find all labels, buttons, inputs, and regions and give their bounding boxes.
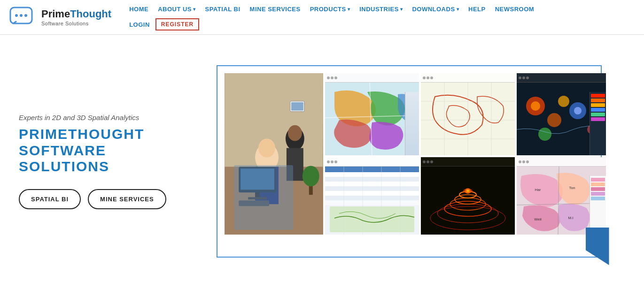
svg-point-37 (574, 107, 582, 114)
dot-1 (327, 76, 330, 79)
blue-accent-corner (586, 228, 609, 265)
mosaic-map-2 (421, 73, 515, 155)
nav-products[interactable]: PRODUCTS ▾ (306, 4, 354, 15)
svg-point-34 (547, 113, 561, 127)
site-header: PrimeThought Software Solutions HOME ABO… (0, 0, 644, 35)
svg-text:Ton: Ton (569, 186, 575, 190)
office-photo-image (225, 73, 323, 235)
mosaic-map-3 (517, 73, 606, 155)
app-header-bar-2 (421, 73, 515, 83)
svg-rect-54 (421, 167, 515, 235)
nav-register[interactable]: REGISTER (155, 18, 199, 30)
dot-4 (423, 76, 426, 79)
legend-strip-2 (590, 176, 606, 235)
dot-17 (522, 160, 525, 163)
logo-title: PrimeThought (41, 8, 111, 20)
svg-text:Weil: Weil (534, 217, 542, 221)
svg-point-11 (287, 125, 302, 141)
logo[interactable]: PrimeThought Software Solutions (9, 1, 111, 34)
mine-services-button[interactable]: MINE SERVICES (88, 189, 166, 209)
nav-industries[interactable]: INDUSTRIES ▾ (356, 4, 406, 15)
nav-about-us[interactable]: ABOUT US ▾ (154, 4, 199, 15)
spatial-bi-button[interactable]: SPATIAL BI (19, 189, 81, 209)
app-header-bar-6 (517, 157, 606, 167)
map-screen-1 (325, 73, 419, 155)
nav-downloads[interactable]: DOWNLOADS ▾ (408, 4, 463, 15)
dot-13 (423, 160, 426, 163)
hero-tagline: Experts in 2D and 3D Spatial Analytics (19, 114, 174, 122)
svg-rect-44 (325, 182, 419, 186)
company-name-line2: SOFTWARE SOLUTIONS (19, 143, 174, 175)
dot-11 (331, 160, 334, 163)
nav-help[interactable]: HELP (465, 4, 489, 15)
dot-2 (331, 76, 334, 79)
office-scene-svg (225, 73, 323, 235)
sidebar-strip-1 (405, 92, 419, 155)
legend-item-5 (591, 113, 605, 116)
svg-point-8 (258, 139, 275, 158)
svg-point-35 (558, 96, 569, 107)
map-screen-6: Har Ton Weil M.I (517, 157, 606, 235)
svg-rect-46 (325, 191, 419, 196)
dot-5 (427, 76, 429, 79)
logo-title-part1: Prime (41, 8, 70, 20)
dot-18 (526, 160, 529, 163)
svg-rect-45 (325, 186, 419, 191)
app-header-bar-5 (421, 157, 515, 167)
map-body-3 (517, 83, 606, 155)
dot-16 (519, 160, 521, 163)
mosaic-grid: Har Ton Weil M.I (225, 73, 594, 250)
nav-bottom-row: LOGIN REGISTER (125, 16, 635, 34)
svg-rect-43 (325, 177, 419, 182)
svg-text:Har: Har (535, 188, 541, 192)
svg-point-2 (20, 14, 23, 17)
app-header-bar-1 (325, 73, 419, 83)
mosaic-data-table (325, 157, 419, 235)
nav-home[interactable]: HOME (125, 4, 152, 15)
mosaic-office-photo (225, 73, 323, 235)
svg-rect-42 (325, 172, 419, 177)
app-header-bar-3 (517, 73, 606, 83)
main-content: Experts in 2D and 3D Spatial Analytics P… (0, 35, 644, 288)
svg-rect-41 (325, 167, 419, 172)
chevron-down-icon: ▾ (193, 7, 196, 12)
legend-item-2 (591, 99, 605, 102)
legend-strip-1 (590, 92, 606, 155)
dot-8 (522, 76, 525, 79)
dot-6 (430, 76, 433, 79)
svg-point-33 (531, 101, 540, 111)
hero-company-name: PRIMETHOUGHT SOFTWARE SOLUTIONS (19, 126, 174, 175)
dot-14 (427, 160, 429, 163)
svg-point-63 (466, 190, 469, 192)
legend-item-3 (591, 103, 605, 107)
speech-bubble-icon (9, 6, 38, 29)
map-screen-2 (421, 73, 515, 155)
screenshot-mosaic: Har Ton Weil M.I (217, 65, 602, 258)
svg-rect-13 (241, 168, 274, 190)
legend-item-6 (591, 117, 605, 121)
company-name-line1: PRIMETHOUGHT (19, 126, 174, 143)
logo-subtitle: Software Solutions (41, 21, 111, 26)
nav-login[interactable]: LOGIN (125, 19, 154, 30)
nav-spatial-bi[interactable]: SPATIAL BI (202, 4, 244, 15)
svg-point-18 (302, 166, 319, 186)
nav-newsroom[interactable]: NEWSROOM (491, 4, 538, 15)
chevron-down-icon-4: ▾ (457, 7, 459, 12)
nav-mine-services[interactable]: MINE SERVICES (246, 4, 304, 15)
logo-text: PrimeThought Software Solutions (41, 8, 111, 26)
map-body-2 (421, 83, 515, 155)
legend-item-11 (591, 197, 605, 200)
svg-rect-7 (255, 167, 279, 204)
svg-rect-12 (239, 167, 276, 192)
map-body-1 (325, 83, 419, 155)
svg-rect-16 (239, 200, 269, 206)
logo-title-part2: Thought (70, 8, 111, 20)
main-nav: HOME ABOUT US ▾ SPATIAL BI MINE SERVICES… (125, 0, 635, 34)
dot-3 (334, 76, 337, 79)
cta-buttons: SPATIAL BI MINE SERVICES (19, 189, 174, 209)
app-header-bar-4 (325, 157, 419, 167)
mosaic-map-6: Har Ton Weil M.I (517, 157, 606, 235)
legend-item-1 (591, 94, 605, 98)
svg-rect-53 (330, 206, 414, 232)
hero-right-panel: Har Ton Weil M.I (183, 65, 635, 258)
